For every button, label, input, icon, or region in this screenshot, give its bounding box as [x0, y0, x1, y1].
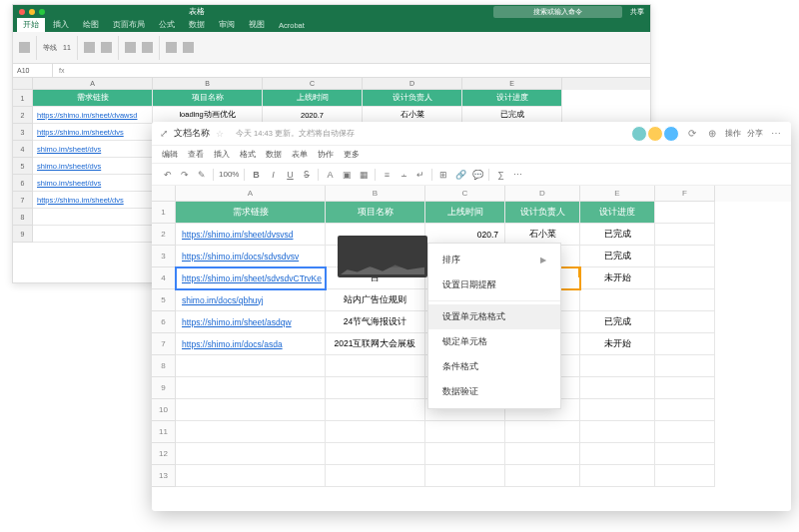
row-header[interactable]: 5: [13, 158, 33, 175]
select-all[interactable]: [152, 186, 176, 202]
format-icon[interactable]: [166, 42, 177, 53]
cell[interactable]: 2021互联网大会展板: [326, 333, 425, 355]
header-cell[interactable]: 需求链接: [176, 202, 326, 224]
row-header[interactable]: 3: [152, 246, 176, 267]
tab-review[interactable]: 审阅: [213, 18, 241, 32]
row-header[interactable]: 4: [13, 141, 33, 158]
cell-link-selected[interactable]: https://shimo.im/sheet/sdvsdvCTrvKe: [176, 267, 326, 289]
cell[interactable]: [655, 246, 715, 267]
doc-title[interactable]: 文档名称: [174, 127, 210, 140]
ctx-date-reminder[interactable]: 设置日期提醒: [428, 272, 560, 297]
border-icon[interactable]: ▦: [358, 169, 370, 181]
col-header[interactable]: B: [326, 186, 425, 202]
row-header[interactable]: 7: [13, 192, 33, 209]
fill-icon[interactable]: [125, 42, 136, 53]
minimize-icon[interactable]: [29, 9, 35, 15]
header-cell[interactable]: 需求链接: [33, 90, 153, 107]
tab-data[interactable]: 数据: [183, 18, 211, 32]
row-header[interactable]: 10: [152, 399, 176, 421]
comment-icon[interactable]: 💬: [471, 169, 483, 181]
ctx-sort[interactable]: 排序▶: [428, 248, 560, 272]
col-header[interactable]: C: [263, 78, 363, 90]
menu-more[interactable]: 更多: [344, 149, 360, 160]
ops-button[interactable]: 操作: [725, 128, 741, 139]
row-header[interactable]: 1: [13, 90, 33, 107]
menu-data[interactable]: 数据: [266, 149, 282, 160]
cell[interactable]: [655, 311, 715, 333]
header-cell[interactable]: 上线时间: [425, 202, 505, 224]
italic-icon[interactable]: I: [267, 169, 279, 181]
header-cell[interactable]: 项目名称: [153, 90, 263, 107]
link-icon[interactable]: 🔗: [454, 169, 466, 181]
undo-icon[interactable]: ↶: [162, 169, 174, 181]
window-controls[interactable]: [19, 9, 45, 15]
header-cell[interactable]: 项目名称: [326, 202, 425, 224]
cell[interactable]: [655, 224, 715, 246]
ctx-data-valid[interactable]: 数据验证: [428, 379, 560, 404]
cell-link[interactable]: shimo.im/sheet/dvs: [33, 141, 153, 158]
cell[interactable]: [655, 267, 715, 289]
cell-link[interactable]: https://shimo.im/docs/sdvsdvsv张晓东: [176, 246, 326, 267]
underline-icon[interactable]: U: [284, 169, 296, 181]
cell[interactable]: [580, 289, 655, 311]
cell[interactable]: 未开始: [580, 267, 655, 289]
header-cell[interactable]: 设计负责人: [505, 202, 580, 224]
paste-icon[interactable]: [19, 42, 30, 53]
select-all[interactable]: [13, 78, 33, 90]
cell[interactable]: 已完成: [580, 311, 655, 333]
wrap-icon[interactable]: ↵: [414, 169, 426, 181]
paint-icon[interactable]: ✎: [196, 169, 208, 181]
cell[interactable]: 已完成: [580, 246, 655, 267]
tab-insert[interactable]: 插入: [47, 18, 75, 32]
row-header[interactable]: 13: [152, 465, 176, 487]
row-header[interactable]: 5: [152, 289, 176, 311]
cell-link[interactable]: https://shimo.im/docs/asda: [176, 333, 326, 355]
col-header[interactable]: B: [153, 78, 263, 90]
bold-icon[interactable]: B: [250, 169, 262, 181]
avatar[interactable]: [647, 126, 663, 142]
menu-view[interactable]: 查看: [188, 149, 204, 160]
cell-link[interactable]: https://shimo.im/sheet/dvs: [33, 192, 153, 209]
more-icon[interactable]: ⋯: [769, 127, 783, 141]
bold-icon[interactable]: [84, 42, 95, 53]
cell[interactable]: 24节气海报设计: [326, 311, 425, 333]
menu-format[interactable]: 格式: [240, 149, 256, 160]
history-icon[interactable]: ⟳: [685, 127, 699, 141]
cell-link[interactable]: shimo.im/docs/qbhuyj: [176, 289, 326, 311]
header-cell[interactable]: 设计进度: [462, 90, 562, 107]
cell-link[interactable]: https://shimo.im/sheet/dvsvsd: [176, 224, 326, 246]
valign-icon[interactable]: ⫠: [398, 169, 409, 181]
search-input[interactable]: 搜索或输入命令: [493, 6, 622, 18]
tab-home[interactable]: 开始: [17, 18, 45, 32]
merge-icon[interactable]: ⊞: [437, 169, 449, 181]
cell-link[interactable]: shimo.im/sheet/dvs: [33, 175, 153, 192]
col-header[interactable]: A: [176, 186, 326, 202]
col-header[interactable]: A: [33, 78, 153, 90]
cell-link[interactable]: https://shimo.im/sheet/dvs: [33, 124, 153, 141]
row-header[interactable]: 1: [152, 202, 176, 224]
row-header[interactable]: 12: [152, 443, 176, 465]
ctx-cond-format[interactable]: 条件格式: [428, 354, 560, 379]
font-size[interactable]: 11: [63, 44, 71, 51]
menu-insert[interactable]: 插入: [214, 149, 230, 160]
header-cell[interactable]: 上线时间: [263, 90, 363, 107]
fill-color-icon[interactable]: ▣: [341, 169, 353, 181]
function-icon[interactable]: ∑: [494, 169, 506, 181]
col-header[interactable]: E: [462, 78, 562, 90]
menu-collab[interactable]: 协作: [318, 149, 334, 160]
redo-icon[interactable]: ↷: [179, 169, 191, 181]
row-header[interactable]: 11: [152, 421, 176, 443]
ctx-lock-cell[interactable]: 锁定单元格: [428, 329, 560, 354]
notify-icon[interactable]: ⊕: [705, 127, 719, 141]
ctx-cell-format[interactable]: 设置单元格格式: [428, 304, 560, 329]
avatar[interactable]: [631, 126, 647, 142]
row-header[interactable]: 3: [13, 124, 33, 141]
share-button[interactable]: 分享: [747, 128, 763, 139]
tab-view[interactable]: 视图: [243, 18, 271, 32]
col-header[interactable]: D: [505, 186, 580, 202]
row-header[interactable]: 2: [13, 107, 33, 124]
row-header[interactable]: 9: [13, 226, 33, 243]
expand-icon[interactable]: ⤢: [160, 128, 168, 139]
row-header[interactable]: 8: [152, 355, 176, 377]
cell-link[interactable]: shimo.im/sheet/dvs: [33, 158, 153, 175]
